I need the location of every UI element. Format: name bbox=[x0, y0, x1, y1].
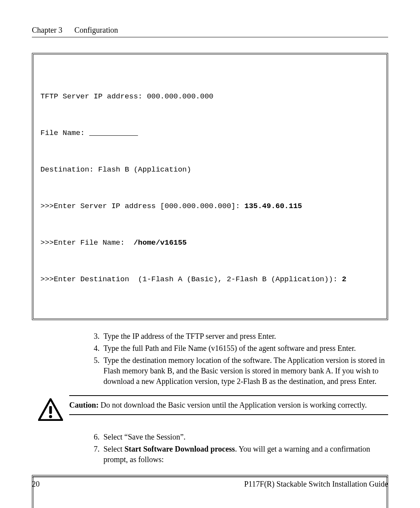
svg-point-2 bbox=[49, 415, 52, 418]
terminal-line: >>>Enter Destination (1-Flash A (Basic),… bbox=[40, 273, 380, 286]
terminal-line: >>>Enter Server IP address [000.000.000.… bbox=[40, 200, 380, 212]
page-number: 20 bbox=[32, 480, 40, 489]
list-item: 7.Select Start Software Download process… bbox=[86, 444, 388, 465]
list-item-text: Type the destination memory location of … bbox=[103, 355, 388, 387]
chapter-title: Configuration bbox=[74, 26, 118, 34]
list-item-text: Select “Save the Session”. bbox=[103, 432, 388, 442]
svg-rect-1 bbox=[49, 406, 52, 414]
terminal-line: >>>Enter File Name: /home/v16155 bbox=[40, 237, 380, 249]
list-item-text: Type the full Path and File Name (v16155… bbox=[103, 343, 388, 354]
terminal-output-1: TFTP Server IP address: 000.000.000.000 … bbox=[32, 53, 388, 320]
page: Chapter 3 Configuration TFTP Server IP a… bbox=[0, 0, 420, 508]
caution-block: Caution: Do not download the Basic versi… bbox=[32, 395, 388, 421]
footer-title: P117F(R) Stackable Switch Installation G… bbox=[244, 480, 388, 489]
terminal-line: *** Warning - Perform Software Download … bbox=[39, 506, 381, 508]
list-item: 6.Select “Save the Session”. bbox=[86, 432, 388, 442]
ordered-list-b: 6.Select “Save the Session”.7.Select Sta… bbox=[32, 432, 388, 465]
terminal-line: TFTP Server IP address: 000.000.000.000 bbox=[40, 91, 380, 103]
running-header: Chapter 3 Configuration bbox=[32, 26, 388, 37]
caution-text: Caution: Do not download the Basic versi… bbox=[69, 395, 388, 415]
list-item-text: Type the IP address of the TFTP server a… bbox=[103, 331, 388, 342]
list-item-number: 4. bbox=[86, 343, 103, 354]
chapter-label: Chapter 3 bbox=[32, 26, 62, 35]
terminal-line: Destination: Flash B (Application) bbox=[40, 164, 380, 176]
list-item-number: 5. bbox=[86, 355, 103, 387]
caution-body: Do not download the Basic version until … bbox=[99, 401, 367, 409]
caution-label: Caution: bbox=[69, 401, 99, 409]
list-item: 5.Type the destination memory location o… bbox=[86, 355, 388, 387]
terminal-line: File Name: bbox=[40, 127, 380, 139]
list-item-number: 3. bbox=[86, 331, 103, 342]
page-footer: 20 P117F(R) Stackable Switch Installatio… bbox=[32, 477, 388, 489]
list-item: 3.Type the IP address of the TFTP server… bbox=[86, 331, 388, 342]
list-item-number: 7. bbox=[86, 444, 103, 465]
ordered-list-a: 3.Type the IP address of the TFTP server… bbox=[32, 331, 388, 387]
list-item-number: 6. bbox=[86, 432, 103, 442]
list-item-text: Select Start Software Download process. … bbox=[103, 444, 388, 465]
caution-icon bbox=[32, 395, 69, 421]
list-item: 4.Type the full Path and File Name (v161… bbox=[86, 343, 388, 354]
